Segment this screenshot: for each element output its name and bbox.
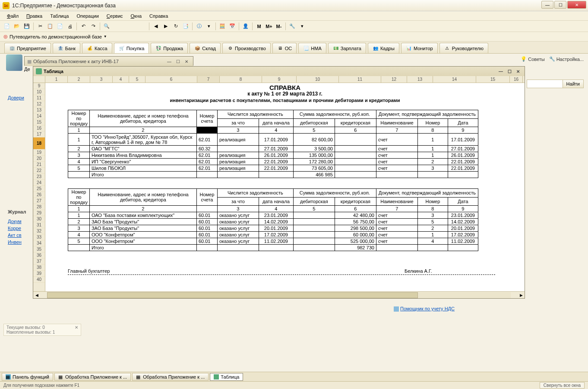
tab-enterprise[interactable]: 🏢Предприятие	[4, 43, 51, 53]
tab-bank[interactable]: 🏦Банк	[53, 43, 80, 53]
menu-service[interactable]: Сервис	[103, 13, 126, 19]
redo-icon[interactable]: ↷	[89, 22, 98, 31]
bulb-icon: 💡	[521, 56, 527, 62]
save-icon[interactable]: 💾	[22, 22, 31, 31]
tab-manager[interactable]: ⚠Руководителю	[439, 43, 488, 53]
paste-icon[interactable]: 📄	[56, 22, 64, 31]
tab-cash[interactable]: 💰Касса	[82, 43, 112, 53]
sheet-maximize-button[interactable]: ☐	[506, 68, 513, 75]
tab-warehouse[interactable]: 📦Склад	[190, 43, 221, 53]
task-functions-panel[interactable]: ▦Панель функций	[2, 373, 53, 381]
m-plus-icon[interactable]: M+	[265, 22, 273, 31]
cells-area[interactable]: СПРАВКА к акту № 1 от 29 марта 2013 г. и…	[45, 83, 525, 291]
journal-link-3[interactable]: Инвен	[8, 239, 32, 245]
calls-current: Текущие вызовы: 0	[6, 325, 78, 330]
search-input[interactable]	[527, 80, 565, 88]
tab-salary[interactable]: 💵Зарплата	[328, 43, 366, 53]
column-headers: 1 2 3 4 5 6 7 8 9 10 11 12 13 14 15 16	[33, 76, 525, 83]
copy2-icon[interactable]: 📑	[181, 22, 190, 31]
nav-fwd-icon[interactable]: ▶	[161, 22, 170, 31]
cart-icon: 🛒	[119, 45, 125, 51]
copy-icon[interactable]: 📋	[46, 22, 54, 31]
tab-sale[interactable]: 💱Продажа	[151, 43, 188, 53]
menu-file[interactable]: Файл	[3, 13, 22, 19]
scroll-left-icon[interactable]: ◀	[33, 293, 40, 297]
tab-nma[interactable]: 📃НМА	[298, 43, 326, 53]
tab-monitor[interactable]: 📊Монитор	[401, 43, 438, 53]
dropdown-icon[interactable]: ▾	[205, 22, 213, 31]
vat-assistant-link[interactable]: Помощник по учету НДС	[394, 306, 455, 312]
m-icon[interactable]: M	[255, 22, 263, 31]
cut-icon[interactable]: ✂	[36, 22, 44, 31]
close-button[interactable]: ✕	[567, 1, 586, 9]
journal-link-2[interactable]: Акт св	[8, 233, 32, 238]
tips-link[interactable]: 💡Советы	[521, 56, 544, 62]
table-row: 3ЗАО База "Продукты"60.01оказано услуг20…	[68, 225, 478, 232]
wrench-icon: 🔧	[549, 56, 555, 62]
user-icon[interactable]: 👤	[241, 22, 250, 31]
calc-icon[interactable]: 🧮	[218, 22, 227, 31]
minimize-button[interactable]: —	[541, 1, 553, 9]
menu-help[interactable]: Справка	[146, 13, 171, 19]
maximize-button[interactable]: ☐	[554, 1, 566, 9]
menu-windows[interactable]: Окна	[127, 13, 145, 19]
scroll-right-icon[interactable]: ▶	[518, 293, 525, 297]
calendar-icon[interactable]: 📅	[228, 22, 237, 31]
menu-table[interactable]: Таблица	[47, 13, 72, 19]
horizontal-scrollbar[interactable]: ◀ ▶	[33, 291, 525, 298]
refresh-icon[interactable]: ↻	[171, 22, 180, 31]
table-row: 2ОАО "МГТС"60.3227.01.20093 500,00счет12…	[68, 146, 478, 152]
guidebar[interactable]: ◎ Путеводитель по демонстрационной базе …	[0, 32, 588, 41]
selected-row-header[interactable]: 18	[33, 137, 45, 150]
new-icon[interactable]: 📄	[3, 22, 11, 31]
table-icon	[214, 374, 219, 379]
print-icon[interactable]: 🖨	[66, 22, 74, 31]
search-icon[interactable]: 🔍	[102, 22, 111, 31]
sheet-body: 1 2 3 4 5 6 7 8 9 10 11 12 13 14 15 16	[33, 76, 525, 298]
mdi-maximize-button[interactable]: ☐	[174, 58, 182, 65]
task-processing-1[interactable]: ▦Обработка Приложение к ...	[54, 373, 131, 381]
menu-edit[interactable]: Правка	[23, 13, 46, 19]
m-minus-icon[interactable]: M-	[275, 22, 283, 31]
menu-operations[interactable]: Операции	[73, 13, 102, 19]
tab-purchase[interactable]: 🛒Покупка	[114, 43, 149, 53]
tab-os[interactable]: 🖥ОС	[272, 43, 297, 53]
functions-panel-icon	[6, 54, 22, 71]
mdi-close-button[interactable]: ✕	[183, 58, 190, 65]
table-row: 1ОАО "База поставки комплектующих"60.01о…	[68, 212, 478, 219]
warn-icon: ⚠	[444, 45, 450, 51]
open-icon[interactable]: 📂	[13, 22, 21, 31]
scroll-thumb[interactable]	[47, 292, 418, 298]
dropdown2-icon[interactable]: ▾	[298, 22, 307, 31]
sheet-minimize-button[interactable]: —	[497, 68, 505, 75]
calls-close-icon[interactable]: ✕	[75, 325, 78, 330]
gear-icon: ⚙	[227, 45, 233, 51]
accountant-name: Белкина А.Г.	[405, 268, 432, 274]
tools-icon[interactable]: 🔧	[288, 22, 297, 31]
tab-staff[interactable]: 👥Кадры	[368, 43, 399, 53]
journal-link-0[interactable]: Докум	[8, 219, 32, 224]
mdi-minimize-button[interactable]: —	[165, 58, 173, 65]
row-headers: 9 10 11 12 13 14 15 16 17 18 19 20 21 22…	[33, 83, 45, 291]
right-panel: 💡Советы 🔧Настройка...	[521, 56, 584, 62]
journal-links: Докум Корре Акт св Инвен	[8, 219, 32, 246]
people-icon: 👥	[373, 45, 379, 51]
collapse-all-button[interactable]: Свернуть все окна	[540, 382, 585, 389]
sheet-titlebar[interactable]: Таблица — ☐ ✕	[33, 67, 525, 76]
search-button[interactable]: Найти	[563, 80, 584, 88]
undo-icon[interactable]: ↶	[79, 22, 88, 31]
settings-link[interactable]: 🔧Настройка...	[549, 56, 584, 62]
mdi-window-processing: ▦ Обработка Приложение к акту ИНВ-17 — ☐…	[24, 56, 193, 66]
mdi-titlebar[interactable]: ▦ Обработка Приложение к акту ИНВ-17 — ☐…	[25, 57, 193, 66]
trust-link[interactable]: Довери	[8, 95, 24, 100]
partial-label: Де	[24, 67, 32, 73]
selected-cell[interactable]	[196, 127, 217, 134]
nav-back-icon[interactable]: ◀	[152, 22, 160, 31]
tab-production[interactable]: ⚙Производство	[222, 43, 271, 53]
app-titlebar: 1c 1С:Предприятие - Демонстрационная баз…	[0, 0, 588, 11]
info-icon[interactable]: ⓘ	[195, 22, 203, 31]
sheet-close-button[interactable]: ✕	[514, 68, 522, 75]
task-processing-2[interactable]: ▦Обработка Приложение к ...	[132, 373, 209, 381]
task-table[interactable]: Таблица	[210, 373, 243, 381]
journal-link-1[interactable]: Корре	[8, 226, 32, 231]
